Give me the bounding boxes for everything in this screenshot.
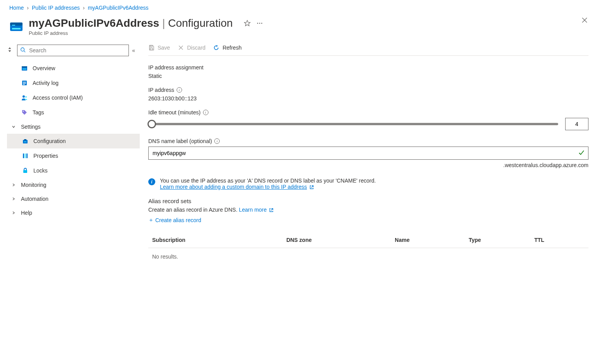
chevron-right-icon (11, 183, 16, 187)
svg-point-5 (257, 23, 258, 24)
alias-records-table: Subscription DNS zone Name Type TTL No r… (148, 232, 588, 265)
collapse-sidebar-button[interactable]: « (132, 47, 135, 53)
table-row-empty: No results. (148, 248, 588, 266)
external-link-icon (269, 208, 274, 212)
info-icon: i (148, 178, 155, 185)
checkmark-icon (578, 150, 585, 157)
overview-icon (21, 65, 28, 72)
idle-timeout-slider[interactable] (148, 123, 558, 125)
svg-rect-26 (24, 141, 26, 142)
more-button[interactable] (256, 20, 263, 27)
svg-rect-28 (25, 154, 26, 158)
sidebar-item-configuration[interactable]: Configuration (7, 134, 140, 148)
page-title: myAGPublicIPv6Address | Configuration (29, 17, 581, 29)
column-ttl[interactable]: TTL (530, 232, 588, 248)
column-type[interactable]: Type (465, 232, 530, 248)
button-label: Discard (187, 45, 205, 51)
svg-line-13 (24, 51, 26, 52)
breadcrumb-current[interactable]: myAGPublicIPv6Address (88, 5, 148, 11)
ip-assignment-value: Static (148, 73, 588, 79)
access-control-icon (21, 94, 28, 101)
svg-rect-25 (24, 139, 26, 140)
svg-rect-20 (23, 84, 25, 85)
tags-icon (21, 109, 28, 116)
sidebar-item-activity-log[interactable]: Activity log (7, 76, 140, 90)
sidebar-item-label: Help (21, 210, 135, 216)
idle-timeout-input[interactable] (565, 118, 588, 130)
sidebar-group-settings[interactable]: Settings (7, 120, 140, 134)
close-button[interactable] (581, 17, 588, 23)
svg-line-35 (311, 186, 313, 188)
external-link-icon (309, 185, 314, 190)
sidebar-item-label: Tags (33, 109, 135, 116)
ip-assignment-label: IP address assignment (148, 64, 588, 71)
sidebar-group-monitoring[interactable]: Monitoring (7, 178, 140, 192)
properties-icon (22, 152, 29, 159)
search-input[interactable] (17, 45, 129, 56)
button-label: Refresh (222, 45, 241, 51)
breadcrumb: Home › Public IP addresses › myAGPublicI… (0, 0, 597, 16)
dns-suffix: .westcentralus.cloudapp.azure.com (148, 162, 588, 168)
activity-log-icon (21, 79, 28, 86)
breadcrumb-public-ip-addresses[interactable]: Public IP addresses (32, 5, 80, 11)
column-subscription[interactable]: Subscription (148, 232, 283, 248)
learn-more-link[interactable]: Learn more about adding a custom domain … (160, 184, 307, 190)
sidebar-item-label: Locks (33, 167, 135, 174)
svg-point-21 (23, 95, 25, 98)
column-dns-zone[interactable]: DNS zone (283, 232, 391, 248)
favorite-button[interactable] (244, 20, 251, 27)
chevron-right-icon: › (83, 5, 85, 11)
svg-rect-29 (26, 154, 28, 158)
dns-name-input[interactable] (148, 147, 588, 160)
sidebar-group-automation[interactable]: Automation (7, 192, 140, 206)
info-icon[interactable]: i (214, 138, 220, 144)
info-text: You can use the IP address as your 'A' D… (160, 178, 376, 184)
alias-section-title: Alias record sets (148, 198, 588, 204)
sidebar-item-properties[interactable]: Properties (7, 148, 140, 163)
sort-icon[interactable] (7, 47, 14, 54)
svg-rect-31 (150, 45, 152, 47)
svg-rect-27 (23, 154, 24, 158)
svg-rect-15 (22, 66, 27, 67)
resource-type: Public IP address (29, 30, 581, 36)
sidebar-item-label: Activity log (33, 80, 135, 86)
info-icon[interactable]: i (177, 87, 182, 93)
chevron-down-icon (11, 125, 16, 129)
sidebar-item-locks[interactable]: Locks (7, 163, 140, 178)
breadcrumb-home[interactable]: Home (9, 5, 24, 11)
chevron-right-icon (11, 197, 16, 201)
refresh-button[interactable]: Refresh (213, 45, 241, 51)
configuration-icon (22, 138, 29, 145)
sidebar-item-tags[interactable]: Tags (7, 105, 140, 120)
sidebar-item-overview[interactable]: Overview (7, 61, 140, 76)
sidebar-item-access-control[interactable]: Access control (IAM) (7, 90, 140, 105)
svg-rect-2 (12, 25, 15, 26)
chevron-right-icon: › (27, 5, 29, 11)
empty-message: No results. (148, 248, 588, 266)
column-name[interactable]: Name (391, 232, 465, 248)
slider-thumb[interactable] (148, 120, 156, 128)
sidebar-group-help[interactable]: Help (7, 206, 140, 220)
toolbar: Save Discard Refresh (148, 45, 588, 56)
sidebar-item-label: Properties (33, 153, 135, 159)
sidebar-item-label: Access control (IAM) (33, 95, 135, 101)
svg-rect-16 (23, 69, 26, 69)
save-button: Save (148, 45, 170, 51)
svg-point-22 (25, 96, 27, 98)
discard-button: Discard (178, 45, 205, 51)
svg-rect-1 (10, 22, 23, 26)
page-section: Configuration (168, 17, 233, 29)
save-icon (148, 45, 154, 51)
ip-address-value: 2603:1030:b00::123 (148, 95, 588, 102)
sidebar-item-label: Monitoring (21, 182, 135, 188)
page-header: myAGPublicIPv6Address | Configuration Pu… (0, 16, 597, 42)
create-alias-record-button[interactable]: ＋ Create alias record (148, 217, 201, 224)
svg-rect-19 (23, 83, 26, 84)
svg-rect-32 (150, 48, 153, 50)
info-icon[interactable]: i (203, 110, 208, 115)
alias-section-subtitle: Create an alias record in Azure DNS. (148, 207, 238, 213)
alias-learn-more-link[interactable]: Learn more (239, 207, 267, 213)
svg-marker-11 (9, 50, 11, 52)
button-label: Save (158, 45, 170, 51)
chevron-right-icon (11, 211, 16, 215)
